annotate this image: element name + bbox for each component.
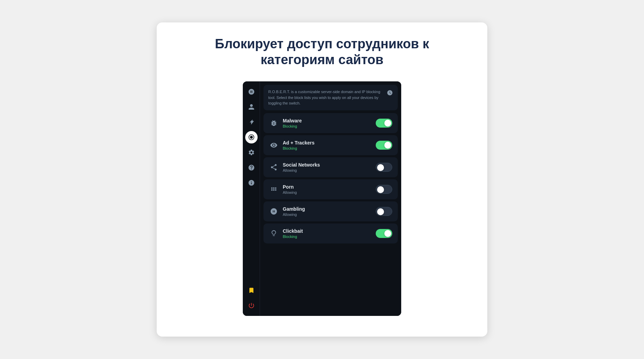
sidebar-help-icon[interactable] [245, 161, 258, 174]
info-box: R.O.B.E.R.T. is a customizable server-si… [263, 85, 398, 110]
clickbait-toggle-knob [384, 230, 391, 237]
gambling-icon [269, 207, 279, 216]
gambling-status: Allowing [283, 212, 372, 217]
info-text: R.O.B.E.R.T. is a customizable server-si… [268, 89, 383, 106]
filter-item-porn: Porn Allowing [263, 179, 398, 199]
malware-name: Malware [283, 118, 372, 123]
malware-info: Malware Blocking [283, 118, 372, 128]
ad-trackers-icon [269, 140, 279, 150]
filter-item-malware: Malware Blocking [263, 113, 398, 133]
porn-toggle[interactable] [376, 185, 392, 194]
gambling-toggle[interactable] [376, 207, 392, 216]
social-networks-toggle-knob [377, 164, 384, 171]
clock-icon [387, 90, 393, 97]
social-networks-info: Social Networks Allowing [283, 162, 372, 172]
porn-toggle-knob [377, 186, 384, 193]
sidebar-person-icon[interactable] [245, 101, 258, 113]
filter-list: Malware Blocking [260, 113, 401, 316]
clickbait-name: Clickbait [283, 228, 372, 234]
ad-trackers-toggle-knob [384, 142, 391, 149]
gambling-info: Gambling Allowing [283, 206, 372, 217]
main-content: R.O.B.E.R.T. is a customizable server-si… [260, 81, 401, 316]
malware-toggle[interactable] [376, 119, 392, 128]
gambling-toggle-knob [377, 208, 384, 215]
ad-trackers-info: Ad + Trackers Blocking [283, 140, 372, 150]
sidebar-network-icon[interactable] [245, 116, 258, 128]
ad-trackers-name: Ad + Trackers [283, 140, 372, 146]
porn-name: Porn [283, 184, 372, 190]
porn-status: Allowing [283, 190, 372, 195]
clickbait-status: Blocking [283, 235, 372, 239]
malware-status: Blocking [283, 124, 372, 128]
clickbait-icon [269, 229, 279, 238]
sidebar-bookmark-icon[interactable] [245, 284, 258, 297]
sidebar-settings-icon[interactable] [245, 146, 258, 159]
page-heading: Блокирует доступ сотрудников к категория… [177, 36, 467, 68]
sidebar-info-icon[interactable] [245, 177, 258, 189]
social-networks-name: Social Networks [283, 162, 372, 168]
social-networks-icon [269, 162, 279, 172]
filter-item-ad-trackers: Ad + Trackers Blocking [263, 135, 398, 155]
outer-container: Блокирует доступ сотрудников к категория… [157, 22, 487, 337]
ad-trackers-status: Blocking [283, 146, 372, 150]
clickbait-toggle[interactable] [376, 229, 392, 238]
phone-frame: R.O.B.E.R.T. is a customizable server-si… [243, 81, 401, 316]
social-networks-toggle[interactable] [376, 163, 392, 172]
clickbait-info: Clickbait Blocking [283, 228, 372, 239]
svg-point-0 [250, 136, 252, 139]
malware-toggle-knob [384, 120, 391, 127]
filter-item-social-networks: Social Networks Allowing [263, 157, 398, 177]
porn-icon [269, 185, 279, 194]
malware-icon [269, 118, 279, 128]
ad-trackers-toggle[interactable] [376, 141, 392, 150]
filter-item-gambling: Gambling Allowing [263, 201, 398, 221]
social-networks-status: Allowing [283, 168, 372, 172]
gambling-name: Gambling [283, 206, 372, 212]
sidebar-camera-icon[interactable] [245, 86, 258, 98]
sidebar-robert-icon[interactable] [245, 131, 258, 143]
porn-info: Porn Allowing [283, 184, 372, 195]
sidebar [243, 81, 260, 316]
sidebar-power-icon[interactable] [245, 299, 258, 312]
filter-item-clickbait: Clickbait Blocking [263, 223, 398, 243]
app-wrapper: R.O.B.E.R.T. is a customizable server-si… [177, 81, 467, 316]
